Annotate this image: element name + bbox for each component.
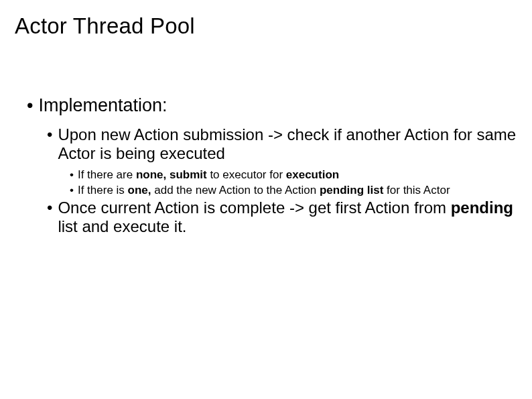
slide-title: Actor Thread Pool <box>15 13 517 39</box>
bullet-dot: • <box>70 168 74 182</box>
bullet-level-1: • Implementation: <box>27 95 517 116</box>
bullet-dot: • <box>70 183 74 197</box>
bullet-text: If there are none, submit to executor fo… <box>78 168 339 182</box>
bullet-level-3: • If there is one, add the new Action to… <box>70 183 517 197</box>
bullet-dot: • <box>47 125 52 144</box>
bullet-text: Once current Action is complete -> get f… <box>58 198 517 237</box>
bullet-text: Upon new Action submission -> check if a… <box>58 125 517 164</box>
bullet-text: If there is one, add the new Action to t… <box>78 183 450 197</box>
bullet-dot: • <box>47 198 52 217</box>
bullet-level-2: • Upon new Action submission -> check if… <box>47 125 517 164</box>
bullet-level-3: • If there are none, submit to executor … <box>70 168 517 182</box>
bullet-dot: • <box>27 95 33 116</box>
bullet-level-2: • Once current Action is complete -> get… <box>47 198 517 237</box>
bullet-text: Implementation: <box>38 95 167 116</box>
